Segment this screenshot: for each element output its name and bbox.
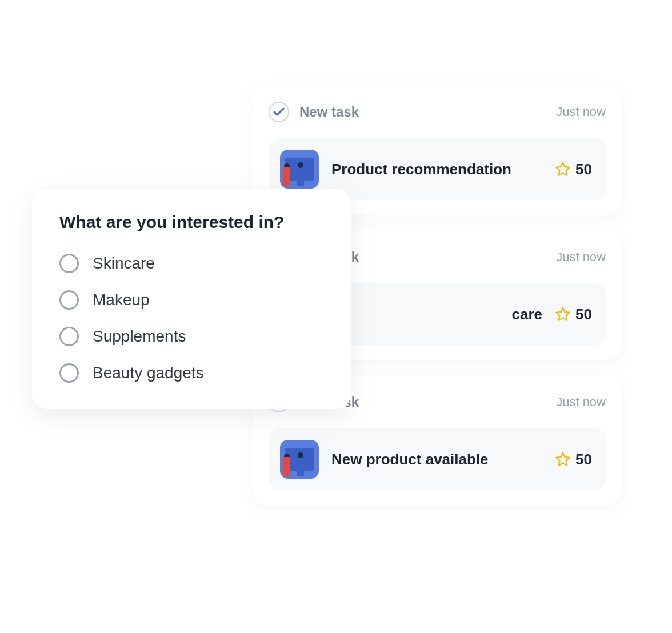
task-title: Product recommendation [331,161,542,178]
task-header-label: New task [299,104,359,120]
task-time: Just now [556,395,606,410]
star-icon [555,451,571,467]
task-points: 50 [575,161,592,178]
radio-icon[interactable] [59,363,79,383]
interest-title: What are you interested in? [59,213,323,232]
option-label: Supplements [93,327,186,346]
radio-icon[interactable] [59,327,79,346]
task-points-wrap: 50 [555,161,592,178]
star-icon [555,306,571,322]
task-card-header: New task Just now [269,102,606,122]
radio-icon[interactable] [59,254,79,273]
task-points-wrap: 50 [555,306,592,323]
interest-option-supplements[interactable]: Supplements [59,327,323,346]
interest-question-card: What are you interested in? Skincare Mak… [32,189,351,409]
task-points: 50 [575,451,592,468]
task-title: New product available [331,451,542,468]
option-label: Makeup [93,291,150,309]
interest-option-beauty-gadgets[interactable]: Beauty gadgets [59,363,323,383]
task-points: 50 [575,306,592,323]
task-points-wrap: 50 [555,451,592,468]
task-time: Just now [556,105,606,119]
option-label: Skincare [93,254,155,273]
star-icon [555,161,571,177]
task-time: Just now [556,250,606,265]
radio-icon[interactable] [59,290,79,310]
interest-options: Skincare Makeup Supplements Beauty gadge… [59,254,323,383]
interest-option-makeup[interactable]: Makeup [59,290,323,310]
task-title: care [331,306,542,323]
check-circle-icon [269,102,289,122]
task-thumbnail-icon [280,440,319,479]
option-label: Beauty gadgets [93,364,204,382]
task-inner[interactable]: New product available 50 [269,428,606,490]
task-thumbnail-icon [280,150,319,189]
interest-option-skincare[interactable]: Skincare [59,254,323,273]
task-header-left: New task [269,102,359,122]
